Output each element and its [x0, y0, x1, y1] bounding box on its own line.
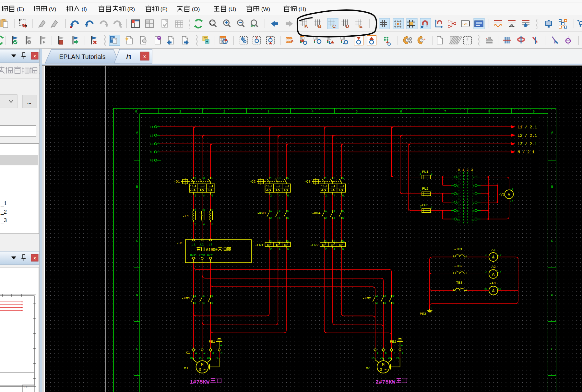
- svg-text:L1: L1: [192, 243, 195, 246]
- svg-text:-TB1: -TB1: [454, 247, 463, 251]
- svg-text:1: 1: [420, 189, 421, 192]
- svg-text:1: 1: [430, 307, 432, 310]
- svg-text:- 2 -: - 2 -: [24, 386, 29, 388]
- svg-text:1: 1: [195, 177, 196, 180]
- svg-text:A1000: A1000: [206, 248, 218, 252]
- svg-text:PE: PE: [150, 159, 153, 162]
- svg-text:6: 6: [400, 110, 402, 113]
- svg-text:L3: L3: [208, 243, 212, 246]
- svg-text:3: 3: [384, 294, 386, 298]
- svg-text:3: 3: [203, 294, 205, 298]
- svg-text:_2: _2: [0, 209, 7, 215]
- svg-text:-L1: -L1: [183, 214, 189, 218]
- svg-text:3: 3: [267, 110, 269, 113]
- svg-text:A: A: [304, 23, 308, 29]
- svg-text:4: 4: [384, 302, 386, 305]
- svg-text:8: 8: [402, 351, 403, 355]
- svg-text:6: 6: [392, 302, 394, 305]
- svg-text:128: 128: [462, 22, 468, 26]
- svg-text:A: A: [492, 289, 495, 293]
- svg-text:2: 2: [431, 189, 433, 192]
- svg-text:E: E: [136, 347, 138, 351]
- svg-text:-U1: -U1: [176, 241, 183, 245]
- svg-text:2: 2: [473, 176, 474, 179]
- svg-text:2#75KW: 2#75KW: [375, 379, 396, 385]
- svg-text:1: 1: [220, 343, 222, 347]
- svg-text:-FR1: -FR1: [255, 243, 264, 247]
- svg-text:2: 2: [223, 110, 225, 113]
- svg-text:1: 1: [270, 209, 272, 213]
- svg-text:2: 2: [195, 223, 196, 226]
- svg-text:1: 1: [457, 176, 458, 179]
- svg-text:4: 4: [334, 217, 335, 220]
- svg-text:x: x: [143, 54, 146, 59]
- svg-text:-A2: -A2: [489, 265, 496, 269]
- svg-text:0: 0: [458, 168, 460, 172]
- svg-text:_1: _1: [0, 200, 7, 207]
- svg-text:3: 3: [471, 168, 473, 172]
- svg-text:-M1: -M1: [182, 366, 188, 370]
- svg-text:M: M: [201, 362, 204, 367]
- svg-text:M: M: [382, 362, 385, 367]
- svg-text:4: 4: [203, 223, 205, 226]
- svg-text:6: 6: [385, 351, 386, 355]
- svg-text:x2: x2: [510, 200, 513, 203]
- svg-text:3: 3: [334, 177, 335, 180]
- svg-text:2: 2: [431, 172, 433, 175]
- svg-text:(H): (H): [299, 6, 306, 12]
- svg-text:6: 6: [287, 217, 289, 220]
- svg-text:B: B: [136, 185, 138, 189]
- svg-text:4: 4: [473, 184, 474, 187]
- svg-text:-A1: -A1: [489, 248, 496, 252]
- svg-text:7: 7: [393, 351, 395, 355]
- svg-text:6: 6: [473, 193, 474, 196]
- svg-text:4: 4: [203, 302, 205, 305]
- svg-text:N: N: [150, 151, 151, 154]
- svg-text:x2: x2: [498, 287, 501, 290]
- svg-text:6: 6: [211, 302, 213, 305]
- svg-text:x2: x2: [498, 254, 501, 257]
- svg-text:A: A: [551, 131, 553, 135]
- svg-text:4: 4: [279, 248, 280, 251]
- svg-text:x1: x1: [484, 271, 488, 274]
- svg-text:C: C: [551, 239, 553, 243]
- svg-text:U/R1: U/R1: [190, 254, 197, 257]
- svg-text:2: 2: [431, 206, 433, 209]
- svg-text:A: A: [492, 272, 495, 277]
- svg-text:1#75KW: 1#75KW: [190, 379, 210, 385]
- svg-text:4: 4: [334, 248, 335, 251]
- svg-text:1: 1: [195, 294, 196, 298]
- svg-text:-Q1: -Q1: [173, 180, 180, 184]
- svg-text:6: 6: [287, 248, 289, 251]
- svg-text:D: D: [136, 293, 138, 297]
- svg-text:2: 2: [467, 168, 469, 172]
- svg-text:/1: /1: [126, 53, 132, 61]
- svg-text:-Q3: -Q3: [304, 180, 311, 184]
- svg-text:_3: _3: [0, 217, 7, 223]
- svg-text:3: 3: [279, 177, 280, 180]
- svg-text:2: 2: [270, 217, 272, 220]
- svg-text:E: E: [359, 23, 362, 29]
- svg-text:8: 8: [473, 201, 474, 204]
- svg-text:x2: x2: [498, 271, 501, 274]
- svg-text:5: 5: [211, 294, 213, 298]
- svg-text:5: 5: [356, 110, 358, 113]
- svg-text:L3 / 2.1: L3 / 2.1: [517, 142, 537, 147]
- svg-text:5: 5: [342, 209, 344, 213]
- svg-text:(V): (V): [49, 6, 56, 12]
- svg-text:8: 8: [488, 110, 490, 113]
- svg-text:4: 4: [279, 194, 280, 197]
- svg-text:A: A: [136, 131, 138, 135]
- svg-text:(E): (E): [17, 6, 24, 12]
- svg-text:W1: W1: [388, 357, 391, 360]
- svg-text:E: E: [551, 347, 553, 351]
- svg-text:6: 6: [342, 248, 344, 251]
- svg-text:100: 100: [251, 24, 255, 27]
- svg-text:(F): (F): [160, 6, 168, 12]
- svg-text:(R): (R): [127, 6, 135, 12]
- svg-text:-FU2: -FU2: [420, 187, 428, 191]
- svg-text:3: 3: [334, 209, 335, 213]
- svg-text:5: 5: [211, 177, 213, 180]
- svg-text:2: 2: [325, 194, 327, 197]
- svg-text:5: 5: [287, 177, 289, 180]
